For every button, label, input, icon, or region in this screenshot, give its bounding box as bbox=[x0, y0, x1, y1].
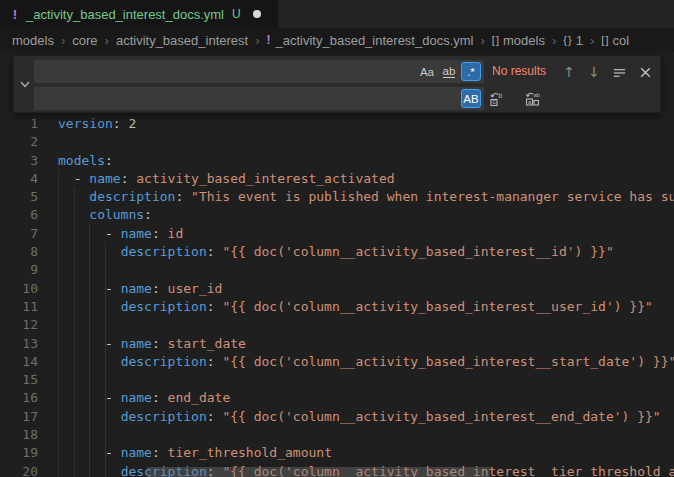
breadcrumb: models›core›activity_based_interest›!_ac… bbox=[0, 28, 674, 52]
replace-button[interactable]: b c bbox=[486, 89, 506, 109]
line-content bbox=[44, 426, 58, 444]
unsaved-changes-dot[interactable] bbox=[253, 10, 261, 18]
svg-text:ab: ab bbox=[534, 92, 541, 98]
symbol-object-icon: { } bbox=[563, 34, 570, 46]
find-previous-button[interactable]: ↑ bbox=[559, 62, 579, 82]
breadcrumb-label: _activity_based_interest_docs.yml bbox=[276, 33, 474, 48]
code-line[interactable]: 6 columns: bbox=[0, 206, 674, 224]
find-in-selection-toggle[interactable] bbox=[609, 62, 629, 82]
line-content: - name: start_date bbox=[44, 335, 246, 353]
whole-word-icon: ab bbox=[443, 65, 456, 78]
line-content: - name: user_id bbox=[44, 280, 222, 298]
code-line[interactable]: 11 description: "{{ doc('column__activit… bbox=[0, 298, 674, 316]
tab-bar: ! _activity_based_interest_docs.yml U bbox=[0, 0, 674, 28]
code-line[interactable]: 12 bbox=[0, 316, 674, 334]
code-line[interactable]: 3models: bbox=[0, 152, 674, 170]
horizontal-scrollbar[interactable] bbox=[147, 467, 490, 477]
breadcrumb-separator: › bbox=[255, 33, 259, 48]
breadcrumb-label: models bbox=[503, 33, 545, 48]
code-line[interactable]: 10 - name: user_id bbox=[0, 280, 674, 298]
breadcrumb-item[interactable]: models bbox=[12, 33, 54, 48]
line-number: 3 bbox=[0, 152, 44, 170]
line-content: version: 2 bbox=[44, 115, 136, 133]
breadcrumb-label: activity_based_interest bbox=[116, 33, 248, 48]
line-number: 9 bbox=[0, 261, 44, 279]
line-number: 6 bbox=[0, 206, 44, 224]
preserve-case-toggle[interactable]: AB bbox=[461, 89, 481, 108]
code-editor[interactable]: 1version: 223models:4 - name: activity_b… bbox=[0, 52, 674, 477]
replace-icon: b c bbox=[488, 91, 504, 107]
git-status-badge: U bbox=[232, 7, 241, 21]
find-input[interactable]: \s{6}- name: (.*)\n description: "" Aa a… bbox=[34, 60, 484, 83]
line-content: description: "{{ doc('column__activity_b… bbox=[44, 298, 653, 316]
breadcrumb-separator: › bbox=[61, 33, 65, 48]
code-line[interactable]: 17 description: "{{ doc('column__activit… bbox=[0, 408, 674, 426]
code-line[interactable]: 7 - name: id bbox=[0, 225, 674, 243]
editor-tab[interactable]: ! _activity_based_interest_docs.yml U bbox=[0, 0, 278, 28]
line-content: columns: bbox=[44, 206, 152, 224]
line-content: - name: id bbox=[44, 225, 183, 243]
line-content: models: bbox=[44, 152, 113, 170]
arrow-down-icon: ↓ bbox=[588, 64, 600, 80]
line-number: 2 bbox=[0, 133, 44, 151]
code-line[interactable]: 8 description: "{{ doc('column__activity… bbox=[0, 243, 674, 261]
line-number: 18 bbox=[0, 426, 44, 444]
line-content: description: "{{ doc('column__activity_b… bbox=[44, 353, 674, 371]
chevron-down-icon bbox=[19, 78, 31, 90]
code-line[interactable]: 15 bbox=[0, 371, 674, 389]
line-number: 13 bbox=[0, 335, 44, 353]
find-next-button[interactable]: ↓ bbox=[584, 62, 604, 82]
code-line[interactable]: 14 description: "{{ doc('column__activit… bbox=[0, 353, 674, 371]
line-content bbox=[44, 261, 58, 279]
breadcrumb-item[interactable]: core bbox=[72, 33, 97, 48]
line-content: description: "This event is published wh… bbox=[44, 188, 674, 206]
line-content bbox=[44, 371, 58, 389]
breadcrumb-label: col bbox=[612, 33, 629, 48]
code-line[interactable]: 4 - name: activity_based_interest_activa… bbox=[0, 170, 674, 188]
breadcrumb-item[interactable]: [ ]models bbox=[492, 33, 545, 48]
code-line[interactable]: 18 bbox=[0, 426, 674, 444]
replace-input[interactable]: - name: $1\n description: "{{ doc('colum… bbox=[34, 87, 484, 110]
code-lines: 1version: 223models:4 - name: activity_b… bbox=[0, 115, 674, 477]
whole-word-toggle[interactable]: ab bbox=[439, 62, 459, 81]
arrow-up-icon: ↑ bbox=[563, 64, 575, 80]
breadcrumb-item[interactable]: [ ]col bbox=[601, 33, 629, 48]
breadcrumb-separator: › bbox=[481, 33, 485, 48]
line-number: 8 bbox=[0, 243, 44, 261]
line-content: - name: tier_threshold_amount bbox=[44, 444, 332, 462]
line-content bbox=[44, 316, 58, 334]
line-content: description: "{{ doc('column__activity_b… bbox=[44, 243, 614, 261]
code-line[interactable]: 9 bbox=[0, 261, 674, 279]
line-number: 15 bbox=[0, 371, 44, 389]
symbol-array-icon: [ ] bbox=[601, 34, 607, 46]
code-line[interactable]: 2 bbox=[0, 133, 674, 151]
tab-filename: _activity_based_interest_docs.yml bbox=[26, 7, 224, 22]
line-number: 20 bbox=[0, 463, 44, 477]
code-line[interactable]: 19 - name: tier_threshold_amount bbox=[0, 444, 674, 462]
match-case-toggle[interactable]: Aa bbox=[417, 62, 437, 81]
code-line[interactable]: 1version: 2 bbox=[0, 115, 674, 133]
breadcrumb-label: core bbox=[72, 33, 97, 48]
code-line[interactable]: 5 description: "This event is published … bbox=[0, 188, 674, 206]
line-number: 14 bbox=[0, 353, 44, 371]
line-number: 12 bbox=[0, 316, 44, 334]
line-number: 16 bbox=[0, 389, 44, 407]
close-find-widget-button[interactable] bbox=[635, 62, 655, 82]
replace-all-icon: ab a bbox=[524, 91, 540, 107]
regex-toggle[interactable]: .* bbox=[461, 62, 481, 81]
breadcrumb-item[interactable]: !_activity_based_interest_docs.yml bbox=[267, 33, 474, 48]
breadcrumb-item[interactable]: { }1 bbox=[563, 33, 583, 48]
line-number: 10 bbox=[0, 280, 44, 298]
line-number: 7 bbox=[0, 225, 44, 243]
close-icon bbox=[639, 66, 652, 79]
code-line[interactable]: 13 - name: start_date bbox=[0, 335, 674, 353]
breadcrumb-item[interactable]: activity_based_interest bbox=[116, 33, 248, 48]
symbol-array-icon: [ ] bbox=[492, 34, 498, 46]
code-line[interactable]: 16 - name: end_date bbox=[0, 389, 674, 407]
line-content bbox=[44, 133, 58, 151]
line-content: description: "{{ doc('column__activity_b… bbox=[44, 408, 661, 426]
toggle-replace-chevron[interactable] bbox=[16, 56, 34, 112]
replace-all-button[interactable]: ab a bbox=[522, 89, 542, 109]
breadcrumb-label: 1 bbox=[576, 33, 583, 48]
breadcrumb-separator: › bbox=[590, 33, 594, 48]
